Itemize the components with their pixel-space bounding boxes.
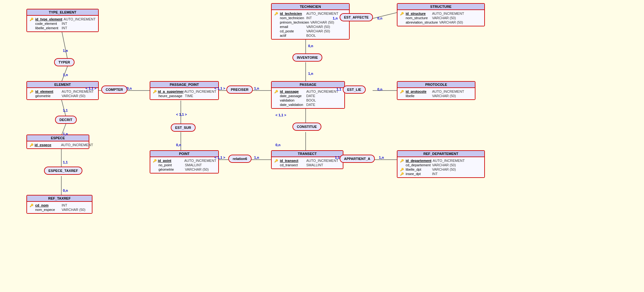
entity-row: 🔑 id_a_supprimer AUTO_INCREMENT (153, 89, 216, 94)
field-type: VARCHAR (50) (432, 94, 456, 98)
cardinality: 1,1 (63, 108, 68, 112)
erd-diagram: TYPE_ELEMENT 🔑 id_type_element AUTO_INCR… (0, 0, 644, 292)
field-type: VARCHAR (50) (432, 16, 456, 20)
field-name: cd_transect (280, 163, 305, 167)
field-name: libelle (406, 94, 431, 98)
cardinality: 1,n (308, 72, 313, 75)
field-name: id_a_supprimer (158, 90, 183, 93)
field-name: heure_passage (158, 94, 184, 98)
entity-row: géometrie VARCHAR (50) (30, 94, 96, 98)
svg-line-0 (61, 29, 68, 60)
relation-label: APPARTIENT_A (344, 157, 370, 161)
relation-compter: COMPTER (101, 85, 127, 94)
field-name: prénom_technicien (280, 20, 309, 24)
relation-label: TYPER (58, 60, 70, 64)
entity-row: date_validation DATE (274, 102, 342, 107)
field-name: actif (280, 34, 305, 37)
entity-row: cd_poste VARCHAR (50) (274, 29, 347, 33)
field-name: cd_nom (35, 203, 60, 207)
entity-row: prénom_technicien VARCHAR (50) (274, 20, 347, 25)
entity-row: 🔑 id_protocole AUTO_INCREMENT (400, 89, 472, 94)
entity-ref-taxref-title: REF_TAXREF (27, 196, 92, 202)
field-type: INT (62, 26, 67, 30)
field-type: INT (432, 172, 438, 176)
entity-passage-point: PASSAGE_POINT 🔑 id_a_supprimer AUTO_INCR… (150, 81, 219, 100)
entity-row: 🔑 cd_nom INT (30, 203, 89, 207)
field-name: libelle_dpt (406, 168, 431, 171)
cardinality: 0,n (377, 16, 382, 20)
field-type: AUTO_INCREMENT (61, 143, 93, 147)
entity-row: nom_espece VARCHAR (50) (30, 207, 89, 212)
entity-transect: TRANSECT 🔑 id_transect AUTO_INCREMENT cd… (271, 150, 343, 169)
cardinality: 1,1 (63, 160, 68, 164)
key-icon: 🔑 (30, 143, 33, 147)
entity-row: 🔑 id_transect AUTO_INCREMENT (274, 158, 340, 163)
relation-label: relation6 (233, 157, 247, 161)
entity-technicien: TECHNICIEN 🔑 id_technicien AUTO_INCREMEN… (271, 3, 350, 40)
cardinality: 1,n (63, 49, 68, 52)
cardinality: 0,n (308, 44, 313, 48)
entity-row: 🔑 id_structure AUTO_INCREMENT (400, 11, 482, 16)
entity-row: libelle_element INT (30, 26, 96, 30)
field-name: id_type_element (35, 17, 62, 21)
cardinality: < 1,1 > (275, 113, 286, 117)
entity-row: cd_departement VARCHAR (50) (400, 163, 482, 167)
entity-ref-taxref: REF_TAXREF 🔑 cd_nom INT nom_espece VARCH… (26, 195, 92, 214)
cardinality: < 1,1 > (214, 86, 225, 90)
field-name: libelle_element (35, 26, 60, 30)
field-name: nom_technicien (280, 16, 305, 20)
entity-element: ELEMENT 🔑 id_element AUTO_INCREMENT géom… (26, 81, 99, 100)
field-type: VARCHAR (50) (185, 168, 209, 171)
entity-ref-departement: REF_DEPARTEMENT 🔑 id_departement AUTO_IN… (397, 150, 485, 178)
field-type: VARCHAR (50) (432, 168, 456, 171)
relation-appartient-a: APPARTIENT_A (340, 155, 375, 163)
entity-structure: STRUCTURE 🔑 id_structure AUTO_INCREMENT … (397, 3, 485, 26)
cardinality: 1,n (254, 86, 259, 90)
field-type: VARCHAR (50) (62, 94, 86, 98)
field-name: cd_departement (406, 163, 431, 167)
relation-label: DECRIT (59, 118, 72, 122)
key-icon: 🔑 (400, 90, 404, 93)
entity-type-element-title: TYPE_ELEMENT (27, 9, 98, 16)
cardinality: 0,n (275, 143, 280, 147)
entity-row: géometrie VARCHAR (50) (153, 167, 216, 172)
key-icon: 🔑 (274, 90, 279, 93)
relation-inventorie: INVENTORIE (292, 53, 322, 62)
field-type: TIME (185, 94, 193, 98)
key-icon: 🔑 (153, 159, 157, 163)
cardinality: 1,n (254, 156, 259, 159)
relation-est-affecte: EST_AFFECTE (340, 13, 373, 21)
field-name: nom_structure (406, 16, 431, 20)
field-name: id_protocole (406, 90, 431, 93)
field-type: INT (306, 16, 312, 20)
cardinality: 0,n (377, 87, 382, 91)
field-name: géometrie (35, 94, 60, 98)
entity-row: libelle VARCHAR (50) (400, 94, 472, 98)
relation-label: EST_LIE (347, 88, 361, 91)
cardinality: < 1,1 > (214, 156, 225, 159)
entity-row: 🔑 id_espece AUTO_INCREMENT (30, 143, 86, 147)
field-type: AUTO_INCREMENT (64, 17, 96, 21)
field-name: id_espece (35, 143, 60, 147)
relation-est-lie: EST_LIE (343, 85, 366, 94)
cardinality: 1,1 (335, 156, 340, 159)
field-type: VARCHAR (50) (62, 208, 86, 212)
field-name: date_passage (280, 94, 305, 98)
field-name: cd_poste (280, 29, 305, 33)
connectors-svg (0, 0, 644, 292)
relation-preciser: PRECISER (226, 85, 253, 94)
entity-row: code_element INT (30, 21, 96, 26)
field-name: id_structure (406, 12, 431, 15)
field-type: BOOL (306, 34, 316, 37)
field-type: BOOL (306, 98, 316, 102)
cardinality: 0,n (176, 143, 181, 147)
field-type: AUTO_INCREMENT (432, 90, 464, 93)
entity-row: validation BOOL (274, 98, 342, 102)
entity-row: nom_structure VARCHAR (50) (400, 16, 482, 20)
relation-constitue: CONSTITUE (292, 123, 321, 131)
field-type: DATE (306, 94, 315, 98)
field-name: validation (280, 98, 305, 102)
entity-row: date_passage DATE (274, 94, 342, 98)
field-type: VARCHAR (50) (439, 20, 463, 24)
cardinality: 1,n (63, 73, 68, 77)
